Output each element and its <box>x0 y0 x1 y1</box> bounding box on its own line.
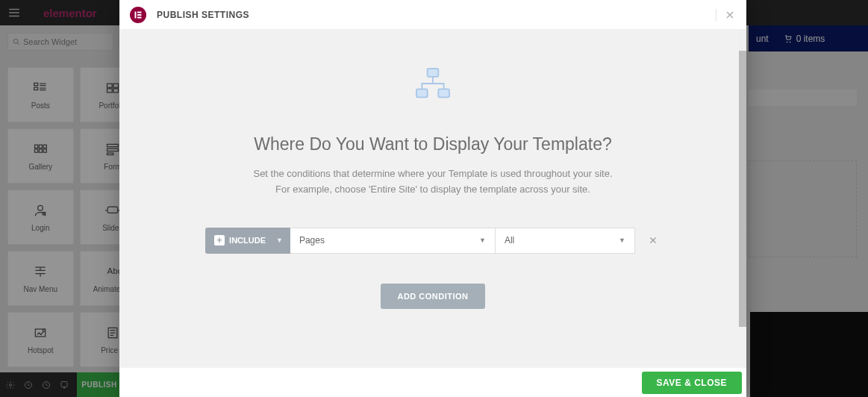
scrollbar-thumb[interactable] <box>739 51 746 327</box>
chevron-down-icon: ▼ <box>619 237 625 244</box>
save-close-label: SAVE & CLOSE <box>657 378 727 388</box>
modal-close-group <box>716 9 736 21</box>
modal-description: Set the conditions that determine where … <box>253 166 612 198</box>
add-condition-label: ADD CONDITION <box>397 292 468 301</box>
modal-footer: SAVE & CLOSE <box>119 367 746 397</box>
modal-description-line2: For example, choose 'Entire Site' to dis… <box>275 184 590 195</box>
condition-scope-select[interactable]: All ▼ <box>496 228 635 254</box>
svg-rect-30 <box>137 16 142 18</box>
svg-rect-27 <box>135 11 137 18</box>
modal-header: PUBLISH SETTINGS <box>119 0 746 30</box>
modal-heading: Where Do You Want to Display Your Templa… <box>254 134 611 154</box>
elementor-logo-icon <box>130 7 146 23</box>
svg-rect-33 <box>438 89 449 97</box>
plus-icon: + <box>214 235 225 246</box>
include-label: INCLUDE <box>229 236 266 245</box>
svg-rect-31 <box>428 69 439 77</box>
svg-rect-29 <box>137 14 142 16</box>
close-icon[interactable] <box>724 9 736 21</box>
modal-title: PUBLISH SETTINGS <box>157 10 249 20</box>
chevron-down-icon: ▼ <box>276 237 283 244</box>
remove-condition-icon[interactable] <box>646 235 661 246</box>
divider <box>716 9 716 21</box>
condition-scope-value: All <box>505 235 514 246</box>
svg-rect-28 <box>137 11 142 13</box>
add-condition-button[interactable]: ADD CONDITION <box>381 284 484 309</box>
svg-rect-32 <box>416 89 428 97</box>
include-toggle[interactable]: + INCLUDE ▼ <box>205 228 290 254</box>
condition-type-value: Pages <box>299 235 325 246</box>
save-close-button[interactable]: SAVE & CLOSE <box>642 372 742 394</box>
sitemap-icon <box>412 67 454 100</box>
publish-settings-modal: PUBLISH SETTINGS Where Do You Want to Di… <box>119 0 746 397</box>
condition-row: + INCLUDE ▼ Pages ▼ All ▼ <box>205 228 661 254</box>
condition-type-select[interactable]: Pages ▼ <box>290 228 496 254</box>
chevron-down-icon: ▼ <box>479 237 486 244</box>
modal-description-line1: Set the conditions that determine where … <box>253 168 612 179</box>
modal-body: Where Do You Want to Display Your Templa… <box>119 30 746 367</box>
